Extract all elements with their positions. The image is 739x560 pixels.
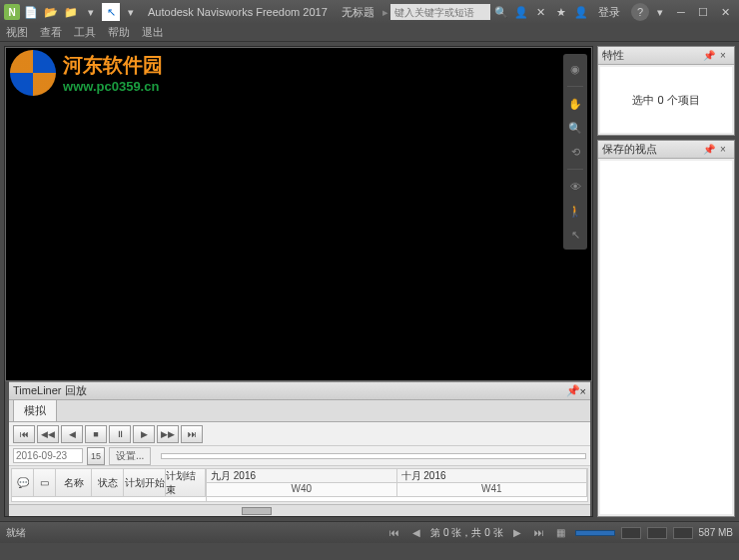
help-icon[interactable]: ? <box>631 3 649 21</box>
timeliner-close-icon[interactable]: × <box>580 385 586 397</box>
watermark-text1: 河东软件园 <box>63 52 163 79</box>
col-icon2[interactable]: ▭ <box>34 469 56 496</box>
col-planned-end[interactable]: 计划结束 <box>166 469 206 496</box>
menu-tools[interactable]: 工具 <box>74 25 96 40</box>
playback-controls: ⏮ ◀◀ ◀ ■ ⏸ ▶ ▶▶ ⏭ <box>9 422 590 446</box>
sheet-prev-icon[interactable]: ◀ <box>408 526 424 540</box>
close-button[interactable]: ✕ <box>715 4 735 20</box>
properties-title: 特性 <box>602 48 624 63</box>
week-40: W40 <box>207 483 397 496</box>
month-oct: 十月 2016 <box>397 469 588 482</box>
sheet-first-icon[interactable]: ⏮ <box>386 526 402 540</box>
help-dropdown-icon[interactable]: ▾ <box>651 3 669 21</box>
dropdown-icon[interactable]: ▾ <box>82 3 100 21</box>
exchange-icon[interactable]: ✕ <box>532 3 550 21</box>
maximize-button[interactable]: ☐ <box>693 4 713 20</box>
sheet-last-icon[interactable]: ⏭ <box>531 526 547 540</box>
sheet-browser-icon[interactable]: ▦ <box>553 526 569 540</box>
select-icon[interactable]: ↖ <box>102 3 120 21</box>
progress-bar <box>575 530 615 536</box>
tab-simulate[interactable]: 模拟 <box>13 399 57 421</box>
doc-title: 无标题 <box>342 5 374 20</box>
task-columns: 💬 ▭ 名称 状态 计划开始 计划结束 <box>12 469 207 501</box>
scrollbar-thumb[interactable] <box>242 507 272 515</box>
steering-wheel-icon[interactable]: ◉ <box>566 60 584 78</box>
menu-help[interactable]: 帮助 <box>108 25 130 40</box>
calendar-icon[interactable]: 15 <box>87 447 105 465</box>
look-icon[interactable]: 👁 <box>566 178 584 196</box>
pause-button[interactable]: ⏸ <box>109 425 131 443</box>
menu-view[interactable]: 视图 <box>6 25 28 40</box>
walk-icon[interactable]: 🚶 <box>566 202 584 220</box>
sheet-info: 第 0 张，共 0 张 <box>430 526 502 540</box>
saved-views-panel: 保存的视点 📌 × <box>597 140 735 517</box>
disk-indicator-icon <box>621 527 641 539</box>
timeliner-pin-icon[interactable]: 📌 <box>566 384 580 397</box>
open2-icon[interactable]: 📁 <box>62 3 80 21</box>
menu-exit[interactable]: 退出 <box>142 25 164 40</box>
watermark-logo-icon <box>10 50 56 96</box>
timeliner-tabs: 模拟 <box>9 400 590 422</box>
app-title: Autodesk Navisworks Freedom 2017 <box>148 6 328 18</box>
dropdown2-icon[interactable]: ▾ <box>122 3 140 21</box>
play-button[interactable]: ▶ <box>133 425 155 443</box>
properties-body: 选中 0 个项目 <box>600 67 732 133</box>
orbit-icon[interactable]: ⟲ <box>566 143 584 161</box>
properties-empty-text: 选中 0 个项目 <box>632 93 699 108</box>
date-input[interactable] <box>13 448 83 463</box>
pencil-indicator-icon <box>647 527 667 539</box>
col-status[interactable]: 状态 <box>92 469 124 496</box>
timeliner-header: TimeLiner 回放 📌 × <box>9 382 590 400</box>
search-input[interactable] <box>390 4 490 20</box>
open-icon[interactable]: 📂 <box>42 3 60 21</box>
titlebar: N 📄 📂 📁 ▾ ↖ ▾ Autodesk Navisworks Freedo… <box>0 0 739 24</box>
play-back-button[interactable]: ◀ <box>61 425 83 443</box>
saved-views-title: 保存的视点 <box>602 142 657 157</box>
favorite-icon[interactable]: ★ <box>552 3 570 21</box>
app-icon: N <box>4 4 20 20</box>
month-sep: 九月 2016 <box>207 469 397 482</box>
search-icon[interactable]: 🔍 <box>492 3 510 21</box>
timeliner-grid: 💬 ▭ 名称 状态 计划开始 计划结束 九月 2016 十月 2016 W40 <box>11 468 588 502</box>
gantt-area: 九月 2016 十月 2016 W40 W41 <box>207 469 587 501</box>
step-back-button[interactable]: ◀◀ <box>37 425 59 443</box>
left-column: 河东软件园 www.pc0359.cn ◉ ✋ 🔍 ⟲ 👁 🚶 ↖ <box>4 46 593 517</box>
statusbar: 就绪 ⏮ ◀ 第 0 张，共 0 张 ▶ ⏭ ▦ 587 MB <box>0 521 739 543</box>
rewind-button[interactable]: ⏮ <box>13 425 35 443</box>
zoom-icon[interactable]: 🔍 <box>566 119 584 137</box>
login-label[interactable]: 登录 <box>598 5 620 20</box>
forward-end-button[interactable]: ⏭ <box>181 425 203 443</box>
saved-views-pin-icon[interactable]: 📌 <box>702 143 716 157</box>
select-tool-icon[interactable]: ↖ <box>566 226 584 244</box>
step-fwd-button[interactable]: ▶▶ <box>157 425 179 443</box>
memory-usage: 587 MB <box>699 527 733 538</box>
viewport-container: 河东软件园 www.pc0359.cn ◉ ✋ 🔍 ⟲ 👁 🚶 ↖ <box>5 47 592 381</box>
properties-panel: 特性 📌 × 选中 0 个项目 <box>597 46 735 136</box>
pan-icon[interactable]: ✋ <box>566 95 584 113</box>
col-icon1[interactable]: 💬 <box>12 469 34 496</box>
stop-button[interactable]: ■ <box>85 425 107 443</box>
settings-button[interactable]: 设置... <box>109 447 151 465</box>
timeliner-panel: TimeLiner 回放 📌 × 模拟 ⏮ ◀◀ ◀ ■ ⏸ ▶ ▶▶ ⏭ 15 <box>9 381 590 516</box>
timeliner-scrollbar[interactable] <box>9 504 590 516</box>
watermark-text2: www.pc0359.cn <box>63 79 163 94</box>
user-icon[interactable]: 👤 <box>572 3 590 21</box>
timeline-slider[interactable] <box>161 453 586 459</box>
menu-look[interactable]: 查看 <box>40 25 62 40</box>
date-row: 15 设置... <box>9 446 590 466</box>
week-41: W41 <box>397 483 588 496</box>
saved-views-close-icon[interactable]: × <box>716 143 730 157</box>
viewport-3d[interactable]: 河东软件园 www.pc0359.cn ◉ ✋ 🔍 ⟲ 👁 🚶 ↖ <box>6 48 591 380</box>
saved-views-body[interactable] <box>600 161 732 514</box>
timeliner-title: TimeLiner 回放 <box>13 383 87 398</box>
signin-icon[interactable]: 👤 <box>512 3 530 21</box>
new-icon[interactable]: 📄 <box>22 3 40 21</box>
sheet-next-icon[interactable]: ▶ <box>509 526 525 540</box>
menubar: 视图 查看 工具 帮助 退出 <box>0 24 739 42</box>
properties-pin-icon[interactable]: 📌 <box>702 49 716 63</box>
minimize-button[interactable]: ─ <box>671 4 691 20</box>
web-indicator-icon <box>673 527 693 539</box>
col-planned-start[interactable]: 计划开始 <box>124 469 166 496</box>
col-name[interactable]: 名称 <box>56 469 92 496</box>
properties-close-icon[interactable]: × <box>716 49 730 63</box>
